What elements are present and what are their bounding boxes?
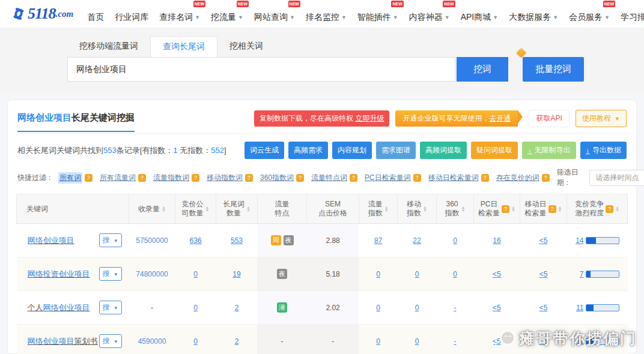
sort-icon[interactable]: ▲▼	[615, 206, 619, 212]
mobile-index-link[interactable]: 0	[415, 337, 419, 346]
keyword-input[interactable]	[67, 57, 455, 82]
mobile-search-volume-link[interactable]: <5	[539, 236, 548, 245]
pc-search-volume-link[interactable]: <5	[493, 337, 501, 346]
bid-companies-link[interactable]: 0	[193, 270, 198, 278]
keyword-link[interactable]: 个人网络创业项目	[28, 302, 90, 313]
sort-icon[interactable]: ▲▼	[461, 206, 466, 212]
longtail-count-link[interactable]: 2	[235, 337, 239, 346]
help-icon[interactable]: ?	[606, 205, 613, 213]
mobile-search-volume-link[interactable]: <5	[539, 270, 548, 278]
index-360-link[interactable]: -	[454, 304, 456, 312]
longtail-count-link[interactable]: 553	[231, 236, 243, 245]
tab-1[interactable]: 挖移动端流量词	[67, 36, 150, 57]
keyword-link[interactable]: 网络创业项目	[28, 235, 74, 246]
action-button-8[interactable]: ↓导出数据	[580, 142, 627, 159]
help-icon[interactable]: ?	[548, 205, 556, 213]
flow-index-link[interactable]: 0	[376, 270, 380, 278]
action-button-4[interactable]: 需求图谱	[376, 142, 416, 159]
pc-search-volume-link[interactable]: <5	[493, 304, 501, 312]
sort-icon[interactable]: ▲▼	[246, 206, 251, 212]
competition-value[interactable]: 14	[576, 236, 583, 245]
help-icon[interactable]: ?	[350, 174, 357, 182]
mobile-index-link[interactable]: 22	[413, 236, 421, 245]
nav-item-6[interactable]: 排名监控▼	[300, 0, 352, 28]
help-icon[interactable]: ?	[296, 174, 304, 182]
sort-icon[interactable]: ▲▼	[423, 206, 427, 212]
sort-icon[interactable]: ▲▼	[384, 206, 389, 212]
competition-value[interactable]: 11	[576, 337, 583, 346]
help-icon[interactable]: ?	[502, 205, 509, 213]
bid-companies-link[interactable]: 0	[193, 304, 198, 312]
action-button-1[interactable]: 词云生成	[245, 142, 284, 159]
index-360-link[interactable]: 0	[453, 236, 457, 245]
action-button-2[interactable]: 高频需求	[288, 142, 328, 159]
filter-link[interactable]: PC日检索量词	[365, 173, 411, 183]
enterprise-promo-banner[interactable]: 开通企业版可享无限使用，去开通	[395, 110, 518, 127]
sort-icon[interactable]: ▲▼	[558, 206, 562, 212]
nav-item-4[interactable]: 挖流量▼NEW	[205, 0, 249, 28]
nav-item-11[interactable]: 会员服务▼NEW	[564, 0, 615, 28]
sort-icon[interactable]: ▲▼	[162, 206, 166, 212]
nav-item-8[interactable]: 内容神器▼NEW	[404, 0, 455, 28]
action-button-3[interactable]: 内容规划	[332, 142, 372, 159]
flow-index-link[interactable]: 0	[376, 304, 380, 312]
upgrade-now-link[interactable]: 立即升级	[355, 114, 384, 122]
filter-link[interactable]: 存在竞价的词	[496, 173, 539, 183]
nav-item-10[interactable]: 大数据服务▼	[503, 0, 564, 28]
open-enterprise-link[interactable]: 去开通	[489, 114, 511, 122]
action-button-6[interactable]: 疑问词提取	[471, 142, 518, 159]
nav-item-12[interactable]: 学习排名▼NEW	[615, 0, 644, 28]
pc-search-volume-link[interactable]: 16	[493, 236, 500, 245]
help-icon[interactable]: ?	[413, 174, 421, 182]
logo[interactable]: 5118 .com	[10, 5, 73, 23]
action-button-7[interactable]: ↓无限制导出	[522, 142, 576, 159]
mobile-search-volume-link[interactable]: <5	[539, 304, 548, 312]
bid-companies-link[interactable]: 0	[193, 337, 198, 346]
nav-item-3[interactable]: 查排名词▼NEW	[154, 0, 205, 28]
mobile-index-link[interactable]: 0	[415, 304, 419, 312]
index-360-link[interactable]: -	[454, 337, 456, 346]
nav-item-9[interactable]: API商城▼	[455, 0, 504, 28]
longtail-count-link[interactable]: 19	[232, 270, 240, 278]
action-button-5[interactable]: 高频词提取	[420, 142, 467, 159]
pc-search-volume-link[interactable]: <5	[493, 270, 501, 278]
help-icon[interactable]: ?	[85, 174, 93, 182]
date-select[interactable]: 请选择时间点 ▼	[589, 170, 644, 186]
bid-companies-link[interactable]: 636	[190, 236, 202, 245]
filter-link[interactable]: 移动日检索量词	[428, 173, 479, 183]
get-api-button[interactable]: 获取API	[529, 110, 569, 127]
dig-words-button[interactable]: 挖词	[457, 57, 508, 82]
row-search-button[interactable]: 搜 ▼	[99, 233, 122, 247]
nav-item-5[interactable]: 网站查询▼NEW	[249, 0, 300, 28]
upgrade-promo-banner[interactable]: 复制数据下载，尽在高级特权 立即升级	[254, 110, 389, 127]
filter-link[interactable]: 360指数词	[260, 173, 294, 183]
filter-link[interactable]: 所有流量词	[100, 173, 136, 183]
row-search-button[interactable]: 搜 ▼	[99, 301, 122, 314]
mobile-index-link[interactable]: 0	[415, 270, 419, 278]
nav-item-2[interactable]: 行业词库	[109, 0, 154, 28]
tab-3[interactable]: 挖相关词	[217, 36, 275, 57]
sort-icon[interactable]: ▲▼	[511, 206, 515, 212]
tab-2[interactable]: 查询长尾词	[150, 36, 217, 57]
help-icon[interactable]: ?	[245, 174, 253, 182]
filter-link[interactable]: 移动指数词	[207, 173, 243, 183]
keyword-link[interactable]: 网络投资创业项目	[28, 269, 90, 280]
longtail-count-link[interactable]: 2	[235, 304, 239, 312]
nav-item-7[interactable]: 智能插件▼NEW	[352, 0, 404, 28]
row-search-button[interactable]: 搜 ▼	[99, 267, 122, 281]
keyword-link[interactable]: 网络创业项目策划书	[28, 336, 98, 347]
batch-dig-button[interactable]: 批量挖词	[523, 57, 584, 82]
tutorial-button[interactable]: 使用教程 ▼	[576, 110, 627, 127]
filter-link[interactable]: 所有词	[58, 172, 82, 184]
help-icon[interactable]: ?	[138, 174, 146, 182]
help-icon[interactable]: ?	[481, 174, 489, 182]
flow-index-link[interactable]: 87	[374, 236, 382, 245]
row-search-button[interactable]: 搜 ▼	[99, 334, 122, 348]
sort-icon[interactable]: ▲▼	[205, 206, 210, 212]
index-360-link[interactable]: 0	[453, 270, 457, 278]
mobile-search-volume-link[interactable]: <5	[539, 337, 548, 346]
competition-value[interactable]: 11	[576, 304, 583, 312]
competition-value[interactable]: 7	[580, 270, 584, 278]
flow-index-link[interactable]: 0	[376, 337, 380, 346]
help-icon[interactable]: ?	[542, 174, 550, 182]
